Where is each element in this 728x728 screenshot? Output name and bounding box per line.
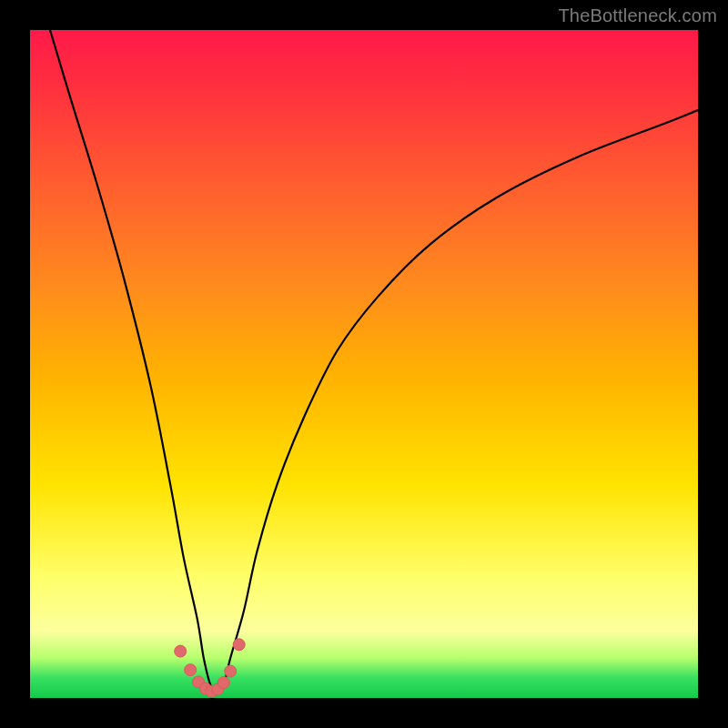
plot-area	[30, 30, 698, 698]
chart-svg	[30, 30, 698, 698]
minimum-marker	[233, 639, 245, 651]
minimum-marker	[175, 645, 187, 657]
minimum-marker	[185, 664, 197, 676]
bottleneck-curve	[50, 30, 698, 692]
watermark-text: TheBottleneck.com	[558, 5, 717, 26]
minimum-marker	[217, 677, 229, 689]
near-minimum-markers	[175, 639, 246, 697]
minimum-marker	[225, 665, 237, 677]
outer-black-frame: TheBottleneck.com	[0, 0, 728, 728]
